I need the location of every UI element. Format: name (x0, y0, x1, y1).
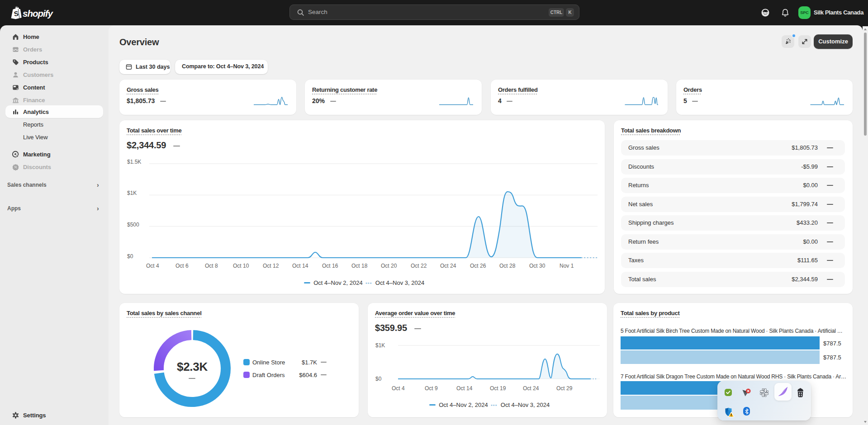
svg-text:shopify: shopify (23, 8, 53, 19)
svg-text:S: S (14, 9, 19, 18)
